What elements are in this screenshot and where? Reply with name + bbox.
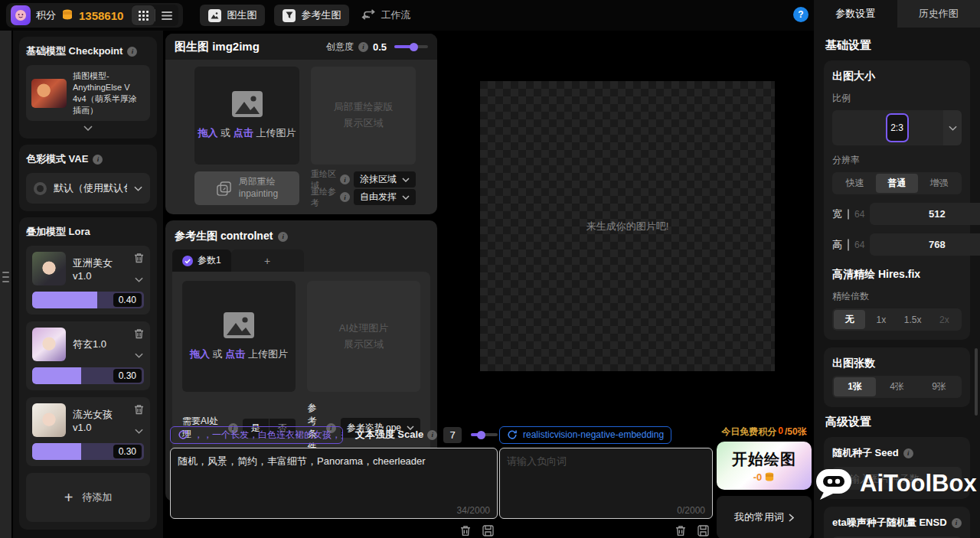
hires-1-5x[interactable]: 1.5x (897, 310, 929, 329)
height-input[interactable] (870, 233, 980, 256)
controlnet-tab-1[interactable]: 参数1 (172, 249, 231, 272)
robot-icon (815, 467, 854, 501)
info-icon[interactable]: i (127, 47, 137, 57)
lora-name: 符玄1.0 (73, 328, 127, 361)
add-lora-button[interactable]: + 待添加 (26, 473, 150, 522)
scrollbar-thumb[interactable] (975, 348, 978, 416)
negative-embedding-pill[interactable]: realisticvision-negative-embedding (499, 426, 671, 444)
lora-card: 流光女孩v1.0 0.30 (26, 397, 150, 466)
positive-prompt-block: ，，一个长发，白色连衣裙的女孩，头... 文本强度 Scale i 7 随机，风… (170, 426, 498, 538)
tab-workflow[interactable]: 工作流 (358, 8, 413, 22)
upload-drag-label: 拖入 (198, 127, 218, 139)
app-root: 积分 1358610 图生图 (0, 0, 980, 538)
controlnet-add-tab[interactable]: + (231, 249, 304, 272)
source-image-dropzone[interactable]: 拖入 或 点击 上传图片 (194, 67, 299, 165)
prompt-preset-pill[interactable]: ，，一个长发，白色连衣裙的女孩，头... (170, 426, 343, 444)
ratio-picker[interactable]: 2:3 (832, 110, 962, 145)
chevron-down-icon[interactable] (135, 273, 143, 285)
seed-label: 随机种子 Seed (832, 446, 899, 460)
resolution-enhanced[interactable]: 增强 (918, 174, 960, 193)
clear-prompt-icon[interactable] (460, 525, 471, 538)
inpaint-button[interactable]: 局部重绘 inpainting (194, 171, 299, 205)
count-title: 出图张数 (832, 357, 962, 370)
checkpoint-thumbnail (31, 79, 67, 108)
count-1[interactable]: 1张 (834, 377, 876, 396)
lora-weight-slider[interactable]: 0.30 (32, 367, 144, 384)
drag-handle-icon[interactable] (2, 272, 9, 282)
negative-prompt-block: realisticvision-negative-embedding 0/200… (499, 426, 713, 538)
lora-section: 叠加模型 Lora 亚洲美女v1.0 0.40 (19, 217, 157, 530)
save-negative-icon[interactable] (697, 525, 709, 538)
info-icon[interactable]: i (278, 232, 288, 242)
hires-none[interactable]: 无 (834, 310, 865, 329)
creativity-slider[interactable] (394, 45, 428, 48)
ratio-dropdown-button[interactable] (943, 110, 962, 145)
coin-stack-icon (61, 9, 74, 22)
tab-history[interactable]: 历史作图 (897, 0, 980, 28)
save-prompt-icon[interactable] (482, 525, 494, 538)
lora-weight-value: 0.30 (113, 445, 142, 458)
help-button[interactable]: ? (793, 7, 808, 22)
clear-negative-icon[interactable] (675, 525, 686, 538)
mask-placeholder-line2: 展示区域 (344, 116, 384, 132)
tab-img2img[interactable]: 图生图 (200, 5, 265, 26)
positive-prompt-input[interactable]: 随机，风景，简约，丰富细节，Panorama，cheerleader (170, 448, 498, 519)
trash-icon[interactable] (134, 328, 144, 341)
basic-settings-title: 基础设置 (825, 38, 970, 53)
grid-view-icon[interactable] (132, 5, 155, 25)
common-phrases-button[interactable]: 我的常用词 (717, 496, 812, 538)
info-icon[interactable]: i (427, 430, 437, 440)
info-icon[interactable]: i (358, 42, 368, 52)
creativity-label: 创意度 (326, 41, 354, 54)
upload-click-label: 点击 (225, 348, 245, 360)
info-icon[interactable]: i (340, 174, 350, 184)
app-logo-icon[interactable] (11, 5, 31, 25)
watermark: AiToolBox (815, 467, 977, 501)
ratio-value[interactable]: 2:3 (886, 113, 909, 142)
chevron-down-icon[interactable] (135, 425, 143, 436)
ai-processed-preview: AI处理图片 展示区域 (307, 281, 420, 392)
lora-weight-slider[interactable]: 0.30 (32, 443, 144, 460)
controlnet-image-dropzone[interactable]: 拖入 或 点击 上传图片 (182, 281, 296, 392)
lora-weight-slider[interactable]: 0.40 (32, 292, 144, 308)
info-icon[interactable]: i (952, 518, 962, 528)
resolution-fast[interactable]: 快速 (834, 174, 876, 193)
upload-or-label: 或 (213, 348, 223, 360)
redraw-area-select[interactable]: 涂抹区域 (354, 171, 416, 187)
settings-sidebar: 参数设置 历史作图 基础设置 出图大小 比例 2:3 分辨率 快速 普通 增强 (814, 0, 980, 538)
trash-icon[interactable] (134, 404, 144, 417)
info-icon[interactable]: i (340, 192, 350, 202)
resolution-normal[interactable]: 普通 (876, 174, 918, 193)
checkpoint-card[interactable]: 插图模型-AnythingElse V 4v4（萌系半厚涂插画） (26, 65, 150, 121)
tab-parameters[interactable]: 参数设置 (814, 0, 897, 28)
free-quota-label: 今日免费积分 (721, 426, 776, 439)
info-icon[interactable]: i (93, 155, 103, 165)
hires-1x[interactable]: 1x (865, 310, 897, 329)
width-input[interactable] (870, 203, 980, 225)
points-value: 1358610 (79, 9, 123, 22)
resolution-label: 分辨率 (832, 154, 962, 167)
chevron-down-icon[interactable] (135, 349, 143, 360)
daily-free-quota: 今日免费积分 0 /50张 (717, 426, 812, 439)
output-canvas: 来生成你的图片吧! (480, 81, 775, 371)
creativity-value: 0.5 (373, 41, 387, 53)
image-icon (208, 9, 221, 22)
chevron-right-icon (789, 514, 794, 522)
lora-thumbnail (32, 403, 66, 437)
hires-2x[interactable]: 2x (929, 310, 960, 329)
generate-button[interactable]: 开始绘图 -0 (717, 442, 812, 490)
sidebar-collapse-rail[interactable] (0, 31, 11, 538)
tab-reference[interactable]: 参考生图 (274, 5, 349, 26)
scale-slider[interactable] (471, 433, 498, 436)
trash-icon[interactable] (134, 253, 144, 266)
ai-placeholder-line2: 展示区域 (344, 337, 384, 353)
count-4[interactable]: 4张 (876, 377, 918, 396)
checkpoint-expand[interactable] (26, 126, 150, 131)
count-9[interactable]: 9张 (918, 377, 960, 396)
upload-rest-label: 上传图片 (256, 127, 296, 139)
vae-select[interactable]: 默认（使用默认色... (26, 173, 150, 204)
funnel-icon (283, 9, 296, 22)
list-view-icon[interactable] (155, 5, 178, 25)
redraw-ref-select[interactable]: 自由发挥 (354, 189, 416, 205)
info-icon[interactable]: i (903, 448, 913, 458)
